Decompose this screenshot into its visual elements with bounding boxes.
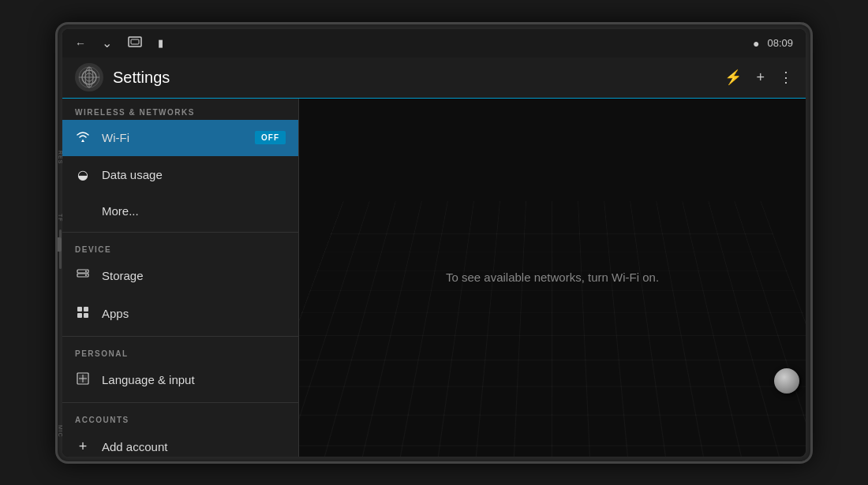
slider-thumb[interactable]: [56, 237, 62, 252]
status-bar: ← ⌄ ▮ ● 08:09: [62, 29, 806, 58]
section-personal-header: PERSONAL: [62, 340, 298, 361]
section-device-header: DEVICE: [62, 236, 298, 257]
device-frame: RES TF MIC ← ⌄ ▮ ● 08:09: [55, 22, 813, 464]
svg-rect-0: [129, 37, 141, 47]
add-account-label: Add account: [102, 440, 286, 453]
more-label: More...: [102, 204, 286, 218]
svg-point-10: [85, 270, 87, 272]
svg-rect-14: [77, 313, 82, 318]
sidebar-item-more[interactable]: More...: [62, 193, 298, 229]
clock: 08:09: [767, 37, 793, 49]
more-action[interactable]: ⋮: [779, 69, 793, 86]
divider-2: [62, 336, 298, 337]
sidebar-item-storage[interactable]: Storage: [62, 257, 298, 295]
apps-label: Apps: [102, 307, 286, 320]
wifi-label: Wi-Fi: [102, 131, 244, 144]
app-icon: [75, 63, 103, 91]
sidebar-item-add-account[interactable]: + Add account: [62, 427, 298, 457]
apps-icon: [75, 306, 91, 322]
language-icon: [75, 372, 91, 388]
sidebar-item-data-usage[interactable]: ◒ Data usage: [62, 156, 298, 193]
app-bar-actions: ⚡ + ⋮: [724, 69, 793, 86]
sidebar-item-apps[interactable]: Apps: [62, 295, 298, 333]
grid-background: [299, 200, 806, 456]
content-area: WIRELESS & NETWORKS Wi-Fi OFF ◒ Data u: [62, 99, 806, 457]
add-account-icon: +: [75, 438, 91, 455]
sidebar-item-language[interactable]: Language & input: [62, 361, 298, 399]
home-button[interactable]: ⌄: [102, 35, 112, 50]
svg-rect-12: [77, 307, 82, 312]
wifi-icon: [75, 131, 91, 145]
status-right: ● 08:09: [753, 37, 793, 50]
main-content: To see available networks, turn Wi-Fi on…: [299, 99, 806, 457]
nav-buttons: ← ⌄ ▮: [75, 35, 163, 50]
data-usage-label: Data usage: [102, 168, 286, 181]
data-usage-icon: ◒: [75, 167, 91, 182]
recents-button[interactable]: [128, 36, 142, 50]
divider-1: [62, 232, 298, 233]
app-bar: Settings ⚡ + ⋮: [62, 58, 806, 99]
location-icon: ●: [753, 37, 759, 50]
wifi-message: To see available networks, turn Wi-Fi on…: [446, 270, 659, 284]
language-label: Language & input: [102, 373, 286, 386]
app-title: Settings: [113, 69, 724, 87]
back-button[interactable]: ←: [75, 37, 86, 50]
wifi-toggle[interactable]: OFF: [255, 131, 286, 144]
svg-rect-1: [131, 39, 139, 44]
section-wireless-header: WIRELESS & NETWORKS: [62, 99, 298, 120]
svg-rect-13: [84, 307, 88, 312]
sidebar: WIRELESS & NETWORKS Wi-Fi OFF ◒ Data u: [62, 99, 299, 457]
divider-3: [62, 402, 298, 403]
sidebar-item-wifi[interactable]: Wi-Fi OFF: [62, 120, 298, 156]
storage-label: Storage: [102, 269, 286, 282]
storage-icon: [75, 268, 91, 284]
section-accounts-header: ACCOUNTS: [62, 406, 298, 427]
svg-point-11: [85, 274, 87, 276]
add-action[interactable]: +: [756, 69, 765, 86]
flash-action[interactable]: ⚡: [724, 69, 742, 86]
cast-button[interactable]: ▮: [158, 37, 163, 49]
scroll-knob[interactable]: [774, 368, 799, 394]
svg-rect-15: [84, 313, 88, 318]
screen: ← ⌄ ▮ ● 08:09: [62, 29, 806, 457]
